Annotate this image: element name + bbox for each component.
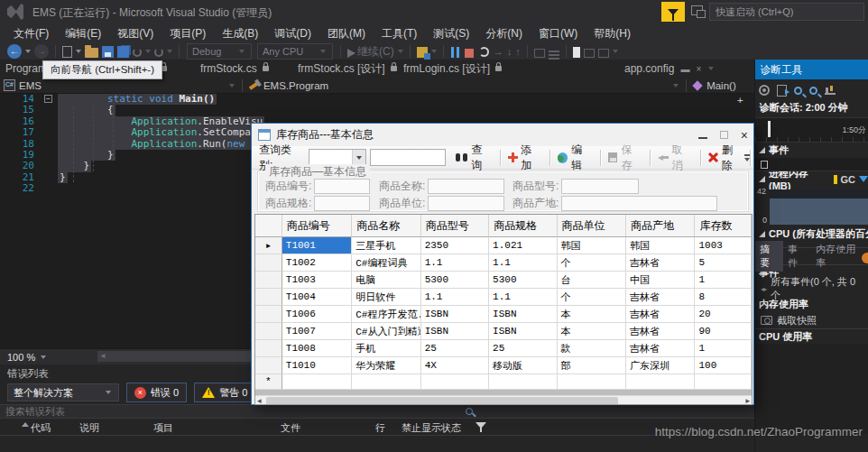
quick-launch-input[interactable] [709,3,864,21]
toolbar-overflow-icon[interactable] [613,50,618,53]
cell[interactable] [558,374,626,390]
all-events-link[interactable]: ◂▸ 所有事件(0 个, 共 0 个 [755,281,868,297]
tab-frmStock.cs [设计][interactable]: frmStock.cs [设计] [298,60,397,78]
table-row[interactable]: T1003电脑53005300台中国1 [255,272,752,289]
indent-icon[interactable] [534,49,545,58]
cell[interactable]: 1.1 [421,254,489,272]
field-input-0[interactable] [314,179,370,194]
field-input-4[interactable] [428,196,504,211]
cell[interactable]: ISBN [421,323,489,340]
cell[interactable]: T1003 [282,272,352,289]
error-column-代码[interactable]: 代码 [31,421,51,435]
tab-app.config[interactable]: app.config▬× [624,60,716,78]
maximize-icon[interactable] [720,131,728,139]
fold-collapse-icon[interactable]: − [44,95,52,103]
grid-column-header-商品名称[interactable]: 商品名称 [352,215,420,237]
编辑-button[interactable]: 编辑 [553,148,597,168]
row-header[interactable] [255,357,282,374]
tab-frmStock.cs[interactable]: frmStock.cs [200,60,269,78]
solution-platform-select[interactable]: Any CPU [257,43,333,60]
cell[interactable]: ISBN [489,323,557,340]
cell[interactable]: 明日软件 [352,289,420,306]
diagnostics-tab-内存使用率[interactable]: 内存使用率 [811,241,868,272]
删除-button[interactable]: 删除 [704,148,747,168]
diagnostics-tab-摘要[interactable]: 摘要 [755,241,783,272]
back-dropdown-icon[interactable] [25,50,31,53]
stop-debugging-icon[interactable] [465,49,474,58]
error-column-说明[interactable]: 说明 [79,421,99,435]
type-crumb-caret-icon[interactable] [673,84,679,88]
row-header[interactable] [255,306,282,323]
save-icon[interactable] [102,46,114,58]
comment-icon[interactable] [549,54,559,56]
menu-item-生成(B)[interactable]: 生成(B) [214,24,266,43]
cell[interactable] [352,374,420,390]
grid-column-header-商品型号[interactable]: 商品型号 [421,215,489,237]
minimize-icon[interactable] [698,137,707,139]
navigate-forward-icon[interactable]: → [34,44,49,59]
cell[interactable]: 款 [558,340,626,357]
cell[interactable]: 本 [558,323,626,340]
cell[interactable]: 韩国 [558,237,626,254]
cell[interactable]: 手机 [352,340,420,357]
cell[interactable]: 5300 [489,272,557,289]
menu-item-窗口(W)[interactable]: 窗口(W) [531,24,586,43]
table-row[interactable]: T1008手机2525款吉林省1 [255,340,752,357]
error-column-禁止显示状态[interactable]: 禁止显示状态 [402,421,461,435]
cell[interactable] [695,374,752,390]
cell[interactable] [282,374,352,390]
cell[interactable]: 1003 [695,237,752,254]
tab-program-cs[interactable]: Program [5,60,47,78]
cell[interactable]: 5 [695,254,752,272]
menu-item-编辑(E)[interactable]: 编辑(E) [57,24,109,43]
error-search-box[interactable] [0,404,754,419]
undo-dropdown-icon[interactable] [145,50,151,53]
cell[interactable]: 三星手机 [352,237,420,254]
cell[interactable]: T1002 [282,254,352,272]
pin-icon[interactable]: ▬ [680,64,689,74]
gear-icon[interactable] [759,85,770,96]
error-column-项目[interactable]: 项目 [153,421,173,435]
添加-button[interactable]: 添加 [503,148,547,168]
take-snapshot-link[interactable]: 截取快照 [755,312,868,328]
row-header[interactable] [255,340,282,357]
cell[interactable]: 20 [695,306,752,323]
filter-button[interactable] [661,2,685,22]
cell[interactable]: 广东深圳 [626,357,695,374]
memory-section-header[interactable]: 进程内存 (MB) GC [755,171,868,187]
grid-column-header-商品产地[interactable]: 商品产地 [626,215,695,237]
cell[interactable]: 吉林省 [626,323,695,340]
table-row[interactable]: T1002C#编程词典1.11.1个吉林省5 [255,254,752,272]
new-row-header[interactable]: * [255,374,282,390]
scroll-left-icon[interactable]: ◄ [99,352,106,360]
save-all-icon[interactable] [117,46,129,58]
cell[interactable]: 本 [558,306,626,323]
new-row[interactable]: * [255,374,752,390]
cell[interactable]: 25 [489,340,557,357]
filter-icon[interactable] [476,422,486,429]
step-out-icon[interactable]: ↑ [515,44,521,59]
project-crumb-caret-icon[interactable] [229,84,235,88]
menu-item-测试(S)[interactable]: 测试(S) [425,24,477,43]
table-row[interactable]: T1006C#程序开发范...ISBNISBN本吉林省20 [255,306,752,323]
cell[interactable]: 韩国 [626,237,695,254]
session-timeline[interactable]: 1:50分 [755,117,868,143]
cell[interactable]: 2350 [421,237,489,254]
cell[interactable]: 移动版 [489,357,557,374]
row-header[interactable] [255,254,282,272]
menu-item-项目(P)[interactable]: 项目(P) [162,24,214,43]
continue-icon[interactable] [347,49,356,58]
zoom-out-icon[interactable] [809,87,817,95]
menu-item-分析(N)[interactable]: 分析(N) [477,24,531,43]
查询-button[interactable]: 查询 [451,148,496,168]
cell[interactable]: 吉林省 [626,306,695,323]
next-bookmark-icon[interactable] [584,49,595,58]
cell[interactable]: 中国 [626,272,695,289]
menu-item-帮助(H)[interactable]: 帮助(H) [586,24,639,43]
errors-toggle-button[interactable]: ×错误 0 [126,383,187,402]
menu-item-调试(D)[interactable]: 调试(D) [266,24,319,43]
table-row[interactable]: T1010华为荣耀4X移动版部广东深圳100 [255,357,752,374]
warnings-toggle-button[interactable]: 警告 0 [194,383,255,402]
cell[interactable]: T1006 [282,306,352,323]
cell[interactable] [421,374,489,390]
